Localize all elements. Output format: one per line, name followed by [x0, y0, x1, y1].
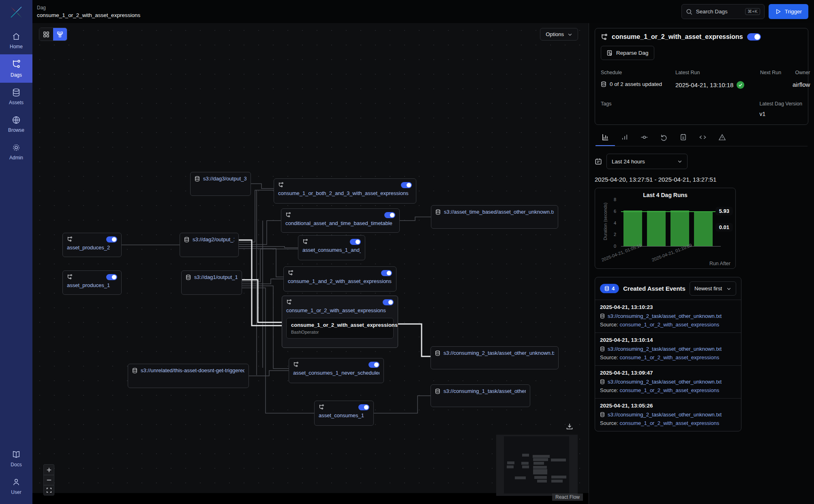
dag-pause-toggle[interactable]	[747, 33, 761, 41]
sidebar-item-assets[interactable]: Assets	[0, 83, 32, 110]
asset-event-source-link[interactable]: consume_1_or_2_with_asset_expressions	[619, 420, 719, 426]
play-icon	[775, 9, 781, 15]
asset-event-uri-link[interactable]: s3://consuming_2_task/asset_other_unknow…	[600, 412, 736, 418]
grid-view-button[interactable]	[39, 28, 53, 41]
dag-details-panel: consume_1_or_2_with_asset_expressions Re…	[589, 23, 814, 504]
view-mode-toggle	[39, 28, 67, 41]
asset-event-source-link[interactable]: consume_1_or_2_with_asset_expressions	[619, 354, 719, 360]
date-range-text: 2025-04-20, 13:27:51 - 2025-04-21, 13:27…	[595, 176, 808, 183]
warning-triangle-icon	[718, 133, 726, 141]
tab-runs[interactable]	[615, 129, 634, 146]
graph-view-button[interactable]	[53, 28, 67, 41]
sidebar-item-label: Assets	[9, 100, 24, 105]
asset-event-uri-link[interactable]: s3://consuming_2_task/asset_other_unknow…	[600, 346, 736, 352]
graph-node-asset-dag2-output-1[interactable]: s3://dag2/output_1.txt	[180, 233, 239, 257]
asset-events-count: 4	[612, 285, 615, 292]
airflow-logo-icon[interactable]	[7, 3, 25, 21]
sidebar-item-admin[interactable]: Admin	[0, 138, 32, 165]
tab-overview[interactable]	[596, 129, 615, 146]
time-range-select[interactable]: Last 24 hours	[606, 154, 688, 169]
task-node-operator: BashOperator	[291, 330, 389, 335]
trigger-button[interactable]: Trigger	[769, 4, 808, 19]
task-node-icon	[640, 133, 648, 141]
chart-bar[interactable]	[694, 212, 713, 246]
graph-node-dag-consume-1-or-2[interactable]: consume_1_or_2_with_asset_expressionscon…	[282, 296, 398, 348]
globe-icon	[12, 116, 21, 124]
zoom-in-button[interactable]	[44, 465, 54, 475]
dag-pause-toggle[interactable]	[350, 239, 361, 245]
dag-pause-toggle[interactable]	[401, 182, 412, 188]
asset-events-header: 4 Created Asset Events Newest first	[595, 277, 741, 300]
graph-node-dag-asset-consumes-1-never-scheduled[interactable]: asset_consumes_1_never_scheduled	[289, 358, 384, 383]
minimap[interactable]	[496, 435, 578, 496]
graph-node-dag-asset-produces-2[interactable]: asset_produces_2	[62, 233, 122, 257]
breadcrumb-dag[interactable]: Dag	[37, 5, 140, 11]
minimap-node	[533, 458, 548, 461]
sidebar-item-user[interactable]: User	[0, 472, 32, 500]
dag-meta-grid: Schedule 0 of 2 assets updated Latest Ru…	[601, 70, 802, 89]
graph-node-dag-consume-1-and-2[interactable]: consume_1_and_2_with_asset_expressions	[283, 266, 396, 292]
minimap-node	[521, 462, 529, 465]
graph-node-dag-asset-consumes-1-and-2[interactable]: asset_consumes_1_and_2	[298, 235, 365, 260]
tab-backfills[interactable]	[654, 129, 673, 146]
dag-branch-icon	[67, 274, 73, 280]
dag-pause-toggle[interactable]	[368, 362, 379, 368]
tab-tasks[interactable]	[634, 129, 654, 146]
sidebar-item-browse[interactable]: Browse	[0, 110, 32, 138]
graph-canvas[interactable]: s3://dag3/output_3.txtconsume_1_or_both_…	[32, 23, 589, 493]
reparse-dag-button[interactable]: Reparse Dag	[601, 46, 654, 60]
time-range-value: Last 24 hours	[612, 159, 645, 165]
dag-pause-toggle[interactable]	[106, 274, 117, 280]
main-column: Dag consume_1_or_2_with_asset_expression…	[32, 0, 814, 504]
options-button[interactable]: Options	[540, 28, 578, 41]
events-sort-select[interactable]: Newest first	[690, 281, 736, 296]
dag-node-label: asset_produces_2	[67, 244, 117, 251]
tab-events[interactable]	[673, 129, 693, 146]
asset-event-item: 2025-04-21, 13:05:26 s3://consuming_2_ta…	[595, 398, 741, 431]
graph-node-asset-consuming-2-task[interactable]: s3://consuming_2_task/asset_other_unknow…	[431, 346, 559, 369]
sidebar-item-home[interactable]: Home	[0, 27, 32, 54]
tab-warnings[interactable]	[712, 129, 732, 146]
latest-run-value[interactable]: 2025-04-21, 13:10:18	[675, 81, 760, 89]
graph-node-asset-dag1-output-1[interactable]: s3://dag1/output_1.txt	[181, 270, 242, 295]
download-icon[interactable]	[566, 423, 573, 430]
asset-event-timestamp: 2025-04-21, 13:09:47	[600, 370, 736, 376]
sidebar-item-dags[interactable]: Dags	[0, 54, 32, 83]
graph-node-dag-consume-1-or-both-2-and-3[interactable]: consume_1_or_both_2_and_3_with_asset_exp…	[274, 178, 416, 204]
asset-event-timestamp: 2025-04-21, 13:10:14	[600, 337, 736, 343]
zoom-out-button[interactable]	[44, 475, 54, 485]
dag-pause-toggle[interactable]	[384, 212, 395, 218]
dag-pause-toggle[interactable]	[106, 236, 117, 242]
asset-event-source-link[interactable]: consume_1_or_2_with_asset_expressions	[619, 387, 719, 393]
graph-node-dag-conditional-asset-and-time-based-timetable[interactable]: conditional_asset_and_time_based_timetab…	[281, 208, 400, 233]
dag-pause-toggle[interactable]	[383, 299, 394, 305]
graph-node-asset-time-based-other-unknown[interactable]: s3://asset_time_based/asset_other_unknow…	[431, 205, 558, 229]
task-node-dag-consume-1-or-2[interactable]: consume_1_or_2_with_asset_expressionsBas…	[286, 318, 394, 339]
events-sort-value: Newest first	[694, 285, 722, 292]
sidebar-item-docs[interactable]: Docs	[0, 445, 32, 472]
options-button-label: Options	[546, 31, 564, 37]
graph-node-asset-unrelated[interactable]: s3://unrelated/this-asset-doesnt-get-tri…	[128, 364, 249, 388]
asset-event-uri-link[interactable]: s3://consuming_2_task/asset_other_unknow…	[600, 313, 736, 319]
asset-event-source-link[interactable]: consume_1_or_2_with_asset_expressions	[619, 322, 719, 328]
graph-node-dag-asset-produces-1[interactable]: asset_produces_1	[62, 270, 122, 295]
chart-bar[interactable]	[623, 210, 642, 246]
tags-label: Tags	[601, 101, 611, 107]
graph-node-dag-asset-consumes-1[interactable]: asset_consumes_1	[314, 401, 374, 426]
gear-icon	[12, 143, 21, 152]
schedule-value[interactable]: 0 of 2 assets updated	[601, 81, 675, 87]
asset-event-uri-link[interactable]: s3://consuming_2_task/asset_other_unknow…	[600, 379, 736, 385]
dag-pause-toggle[interactable]	[358, 404, 369, 410]
search-input[interactable]: Search Dags ⌘+K	[681, 4, 765, 19]
fit-view-button[interactable]	[44, 485, 54, 495]
dag-pause-toggle[interactable]	[381, 270, 392, 276]
graph-node-asset-dag3-output-3[interactable]: s3://dag3/output_3.txt	[190, 172, 251, 196]
chart-bar[interactable]	[647, 211, 666, 246]
chart-bar[interactable]	[670, 210, 689, 246]
topbar-actions: Search Dags ⌘+K Trigger	[681, 4, 808, 19]
chevron-down-icon	[568, 32, 572, 37]
graph-node-asset-consuming-1-task[interactable]: s3://consuming_1_task/asset_other.txt	[431, 384, 530, 407]
tab-code[interactable]	[693, 129, 712, 146]
sidebar: Home Dags Assets Browse Admin	[0, 0, 32, 504]
chevron-down-icon	[677, 159, 682, 164]
